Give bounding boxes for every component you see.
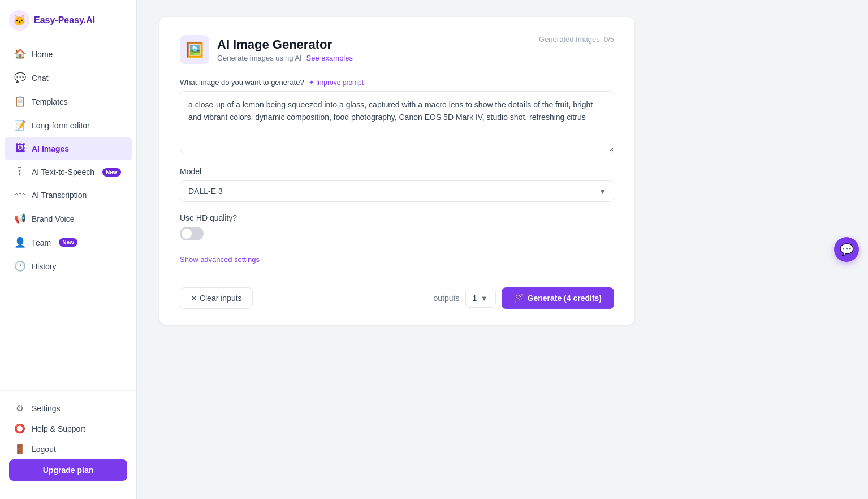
outputs-select-wrapper: 1 2 3 4 ▼ bbox=[465, 289, 496, 308]
card-header: 🖼️ AI Image Generator Generate images us… bbox=[180, 35, 614, 64]
model-group: Model DALL-E 3 DALL-E 2 Stable Diffusion… bbox=[180, 167, 614, 202]
prompt-textarea[interactable]: a close-up of a lemon being squeezed int… bbox=[180, 91, 614, 153]
sidebar-item-label-team: Team bbox=[32, 238, 51, 247]
sidebar-item-longform[interactable]: 📝 Long-form editor bbox=[5, 114, 132, 137]
sidebar-item-ai-tts[interactable]: 🎙 AI Text-to-Speech New bbox=[5, 161, 132, 183]
sidebar-item-label-home: Home bbox=[32, 50, 53, 59]
model-select-wrapper: DALL-E 3 DALL-E 2 Stable Diffusion ▼ bbox=[180, 180, 614, 202]
floating-chat-button[interactable]: 💬 bbox=[834, 237, 859, 262]
nav-icon-chat: 💬 bbox=[14, 72, 26, 84]
outputs-row: outputs 1 2 3 4 ▼ 🪄 Generate (4 credits) bbox=[434, 287, 614, 309]
sidebar-nav: 🏠 Home 💬 Chat 📋 Templates 📝 Long-form ed… bbox=[0, 40, 136, 390]
generate-label: Generate (4 credits) bbox=[528, 294, 602, 303]
model-label: Model bbox=[180, 167, 614, 176]
sidebar-item-home[interactable]: 🏠 Home bbox=[5, 42, 132, 66]
badge-team: New bbox=[59, 238, 77, 247]
logo-icon: 🐱 bbox=[9, 10, 29, 31]
nav-icon-brand-voice: 📢 bbox=[14, 213, 26, 225]
sidebar-item-templates[interactable]: 📋 Templates bbox=[5, 90, 132, 113]
sidebar-item-brand-voice[interactable]: 📢 Brand Voice bbox=[5, 207, 132, 230]
outputs-select[interactable]: 1 2 3 4 bbox=[465, 289, 496, 308]
ai-image-card: 🖼️ AI Image Generator Generate images us… bbox=[159, 17, 634, 325]
bottom-label-settings: Settings bbox=[32, 404, 61, 413]
nav-icon-longform: 📝 bbox=[14, 119, 26, 131]
nav-icon-home: 🏠 bbox=[14, 48, 26, 60]
advanced-settings-link[interactable]: Show advanced settings bbox=[180, 255, 260, 264]
sidebar-item-chat[interactable]: 💬 Chat bbox=[5, 66, 132, 89]
nav-icon-templates: 📋 bbox=[14, 96, 26, 107]
nav-icon-ai-tts: 🎙 bbox=[14, 166, 26, 178]
nav-icon-team: 👤 bbox=[14, 236, 26, 248]
upgrade-button[interactable]: Upgrade plan bbox=[9, 459, 127, 481]
bottom-icon-settings: ⚙ bbox=[14, 403, 26, 414]
sidebar-bottom: ⚙ Settings ⭕ Help & Support 🚪 Logout Upg… bbox=[0, 390, 136, 499]
sidebar-item-label-history: History bbox=[32, 262, 57, 271]
nav-icon-history: 🕐 bbox=[14, 260, 26, 272]
outputs-label: outputs bbox=[434, 294, 460, 303]
bottom-nav-settings[interactable]: ⚙ Settings bbox=[9, 398, 127, 418]
bottom-label-help: Help & Support bbox=[32, 424, 85, 433]
subtitle-text: Generate images using AI bbox=[217, 54, 302, 62]
logo[interactable]: 🐱 Easy-Peasy.AI bbox=[0, 0, 136, 40]
bottom-nav-logout[interactable]: 🚪 Logout bbox=[9, 439, 127, 459]
nav-icon-ai-images: 🖼 bbox=[14, 143, 26, 154]
card-icon: 🖼️ bbox=[180, 35, 209, 64]
hd-toggle[interactable] bbox=[180, 227, 204, 240]
hd-group: Use HD quality? bbox=[180, 213, 614, 240]
sidebar-item-history[interactable]: 🕐 History bbox=[5, 255, 132, 278]
sidebar-item-label-templates: Templates bbox=[32, 97, 68, 106]
sidebar-item-ai-images[interactable]: 🖼 AI Images bbox=[5, 137, 132, 160]
hd-label: Use HD quality? bbox=[180, 213, 614, 222]
clear-inputs-button[interactable]: ✕ Clear inputs bbox=[180, 287, 253, 309]
card-subtitle: Generate images using AI See examples bbox=[217, 54, 353, 62]
model-select[interactable]: DALL-E 3 DALL-E 2 Stable Diffusion bbox=[180, 180, 614, 202]
sidebar-item-label-ai-tts: AI Text-to-Speech bbox=[32, 167, 94, 177]
sidebar-item-label-chat: Chat bbox=[32, 74, 49, 83]
prompt-label: What image do you want to generate? ✦ Im… bbox=[180, 78, 614, 87]
card-title-row: 🖼️ AI Image Generator Generate images us… bbox=[180, 35, 353, 64]
card-footer: ✕ Clear inputs outputs 1 2 3 4 ▼ 🪄 Gener… bbox=[180, 287, 614, 309]
generate-button[interactable]: 🪄 Generate (4 credits) bbox=[502, 287, 615, 309]
bottom-label-logout: Logout bbox=[32, 445, 56, 454]
improve-prompt-button[interactable]: ✦ Improve prompt bbox=[309, 79, 364, 87]
sidebar-item-ai-transcription[interactable]: 〰 AI Transcription bbox=[5, 184, 132, 207]
see-examples-link[interactable]: See examples bbox=[306, 54, 353, 62]
bottom-nav-help[interactable]: ⭕ Help & Support bbox=[9, 419, 127, 438]
bottom-icon-help: ⭕ bbox=[14, 423, 26, 434]
card-title-text: AI Image Generator Generate images using… bbox=[217, 37, 353, 62]
sidebar-item-label-longform: Long-form editor bbox=[32, 121, 90, 130]
page-title: AI Image Generator bbox=[217, 37, 353, 52]
sidebar-item-label-ai-transcription: AI Transcription bbox=[32, 191, 87, 200]
sidebar-item-team[interactable]: 👤 Team New bbox=[5, 231, 132, 254]
toggle-slider bbox=[180, 227, 204, 240]
toggle-wrap bbox=[180, 227, 614, 240]
sidebar-item-label-ai-images: AI Images bbox=[32, 144, 69, 153]
prompt-group: What image do you want to generate? ✦ Im… bbox=[180, 78, 614, 156]
sidebar-item-label-brand-voice: Brand Voice bbox=[32, 214, 75, 223]
sidebar: 🐱 Easy-Peasy.AI 🏠 Home 💬 Chat 📋 Template… bbox=[0, 0, 137, 499]
badge-ai-tts: New bbox=[102, 168, 121, 177]
logo-text: Easy-Peasy.AI bbox=[34, 15, 95, 25]
nav-icon-ai-transcription: 〰 bbox=[14, 190, 26, 201]
card-divider bbox=[159, 276, 634, 276]
generated-count: Generated Images: 0/5 bbox=[539, 35, 614, 44]
generate-icon: 🪄 bbox=[514, 294, 524, 303]
bottom-icon-logout: 🚪 bbox=[14, 444, 26, 454]
main-content: 🖼️ AI Image Generator Generate images us… bbox=[137, 0, 868, 499]
